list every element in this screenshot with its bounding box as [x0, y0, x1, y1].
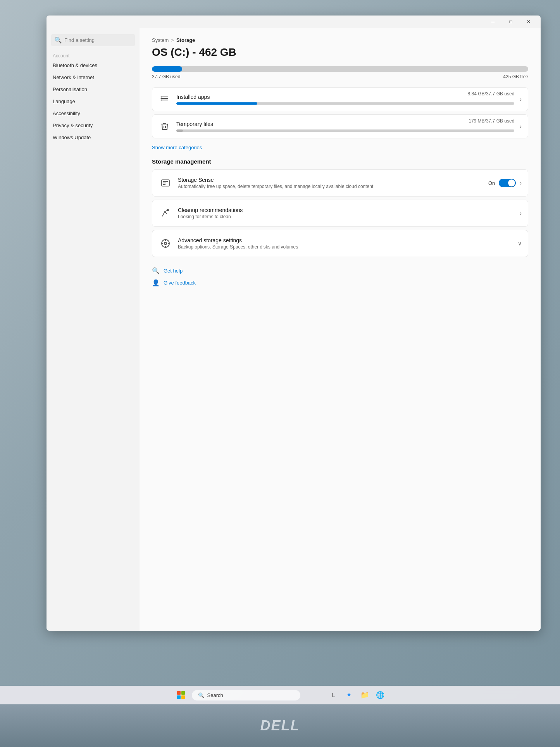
taskbar: 🔍 Search L ✦ 📁 🌐 [0, 686, 560, 704]
cleanup-recommendations-card[interactable]: Cleanup recommendations Looking for item… [152, 200, 528, 227]
advanced-storage-desc: Backup options, Storage Spaces, other di… [178, 244, 512, 250]
page-title: OS (C:) - 462 GB [152, 46, 528, 59]
storage-bar-fill [152, 66, 182, 72]
storage-sense-toggle-label: On [488, 180, 495, 186]
dell-area: DELL [0, 704, 560, 747]
breadcrumb: System > Storage [152, 37, 528, 43]
storage-sense-right: On › [488, 179, 522, 187]
close-button[interactable]: ✕ [520, 16, 538, 28]
sidebar-item-accessibility[interactable]: Accessibility [47, 107, 140, 119]
sidebar-search-input[interactable] [64, 37, 132, 43]
installed-apps-bar-fill [176, 102, 257, 105]
advanced-storage-right: ∨ [518, 240, 522, 247]
main-layout: 🔍 Account Bluetooth & devices Network & … [47, 28, 541, 631]
sidebar-item-personalisation[interactable]: Personalisation [47, 83, 140, 95]
give-feedback-label: Give feedback [164, 280, 196, 286]
temporary-files-icon [159, 120, 171, 133]
svg-point-3 [161, 97, 162, 98]
advanced-storage-card[interactable]: Advanced storage settings Backup options… [152, 230, 528, 257]
svg-point-4 [161, 98, 162, 99]
taskbar-search-label: Search [207, 692, 223, 698]
sidebar-item-account[interactable]: Account [47, 52, 140, 59]
installed-apps-chevron: › [520, 96, 522, 102]
sidebar-item-security[interactable]: Privacy & security [47, 119, 140, 131]
taskbar-system-icons: L ✦ 📁 🌐 [327, 688, 387, 702]
taskbar-icon-edge[interactable]: 🌐 [373, 688, 387, 702]
advanced-storage-info: Advanced storage settings Backup options… [178, 237, 512, 250]
storage-bar-track [152, 66, 528, 72]
storage-free-label: 425 GB free [503, 74, 528, 79]
content-area: System > Storage OS (C:) - 462 GB 37.7 G… [140, 28, 541, 631]
installed-apps-bar-track [176, 102, 514, 105]
give-feedback-link[interactable]: 👤 Give feedback [152, 277, 528, 289]
temporary-files-info: Temporary files 179 MB/37.7 GB used [176, 121, 514, 132]
storage-sense-toggle[interactable] [499, 179, 516, 187]
cleanup-chevron: › [520, 210, 522, 216]
get-help-label: Get help [164, 268, 183, 274]
installed-apps-icon [159, 93, 171, 105]
get-help-icon: 🔍 [152, 267, 160, 274]
svg-point-5 [161, 100, 162, 101]
sidebar-item-internet[interactable]: Network & internet [47, 71, 140, 83]
storage-sense-desc: Automatically free up space, delete temp… [178, 184, 483, 189]
titlebar: ─ □ ✕ [47, 16, 541, 28]
breadcrumb-current: Storage [176, 37, 195, 43]
sidebar: 🔍 Account Bluetooth & devices Network & … [47, 28, 140, 631]
storage-sense-title: Storage Sense [178, 177, 483, 183]
advanced-storage-chevron: ∨ [518, 240, 522, 247]
advanced-storage-title: Advanced storage settings [178, 237, 512, 243]
installed-apps-title: Installed apps [176, 94, 210, 100]
svg-point-12 [164, 242, 167, 245]
storage-used-label: 37.7 GB used [152, 74, 180, 79]
sidebar-item-devices[interactable]: Bluetooth & devices [47, 59, 140, 71]
get-help-link[interactable]: 🔍 Get help [152, 265, 528, 277]
storage-sense-info: Storage Sense Automatically free up spac… [178, 177, 483, 189]
storage-sense-icon [159, 176, 172, 190]
breadcrumb-separator: > [171, 37, 174, 43]
taskbar-search[interactable]: 🔍 Search [192, 690, 300, 700]
temporary-files-card[interactable]: Temporary files 179 MB/37.7 GB used › [152, 114, 528, 138]
sidebar-item-windows-update[interactable]: Windows Update [47, 131, 140, 143]
sidebar-item-language[interactable]: Language [47, 95, 140, 107]
breadcrumb-parent: System [152, 37, 169, 43]
start-button[interactable] [173, 687, 189, 703]
taskbar-icon-1[interactable]: L [327, 688, 341, 702]
storage-labels: 37.7 GB used 425 GB free [152, 74, 528, 79]
temporary-files-size: 179 MB/37.7 GB used [469, 118, 514, 124]
temporary-files-bar-track [176, 129, 514, 132]
dell-logo: DELL [260, 718, 300, 734]
maximize-button[interactable]: □ [502, 16, 520, 28]
show-more-link[interactable]: Show more categories [152, 145, 202, 150]
cleanup-info: Cleanup recommendations Looking for item… [178, 207, 514, 219]
cleanup-icon [159, 206, 172, 220]
temporary-files-title: Temporary files [176, 121, 213, 127]
storage-management-title: Storage management [152, 158, 528, 165]
taskbar-search-icon: 🔍 [198, 692, 204, 698]
installed-apps-info: Installed apps 8.84 GB/37.7 GB used [176, 94, 514, 105]
cleanup-title: Cleanup recommendations [178, 207, 514, 213]
cleanup-right: › [520, 210, 522, 216]
installed-apps-size: 8.84 GB/37.7 GB used [468, 91, 515, 97]
help-links: 🔍 Get help 👤 Give feedback [152, 265, 528, 289]
storage-sense-chevron: › [520, 180, 522, 186]
temporary-files-bar-fill [176, 129, 183, 132]
minimize-button[interactable]: ─ [484, 16, 502, 28]
temporary-files-chevron: › [520, 123, 522, 129]
sidebar-search-container[interactable]: 🔍 [51, 34, 135, 46]
advanced-storage-icon [159, 236, 172, 250]
search-icon: 🔍 [54, 36, 62, 44]
give-feedback-icon: 👤 [152, 279, 160, 286]
storage-sense-card[interactable]: Storage Sense Automatically free up spac… [152, 169, 528, 197]
settings-window: ─ □ ✕ 🔍 Account Bluetooth & devices Netw… [47, 16, 541, 631]
taskbar-icon-copilot[interactable]: ✦ [342, 688, 356, 702]
taskbar-icon-folder[interactable]: 📁 [358, 688, 372, 702]
installed-apps-card[interactable]: Installed apps 8.84 GB/37.7 GB used › [152, 87, 528, 111]
cleanup-desc: Looking for items to clean [178, 214, 514, 219]
storage-bar-container [152, 66, 528, 72]
windows-logo [177, 691, 185, 699]
